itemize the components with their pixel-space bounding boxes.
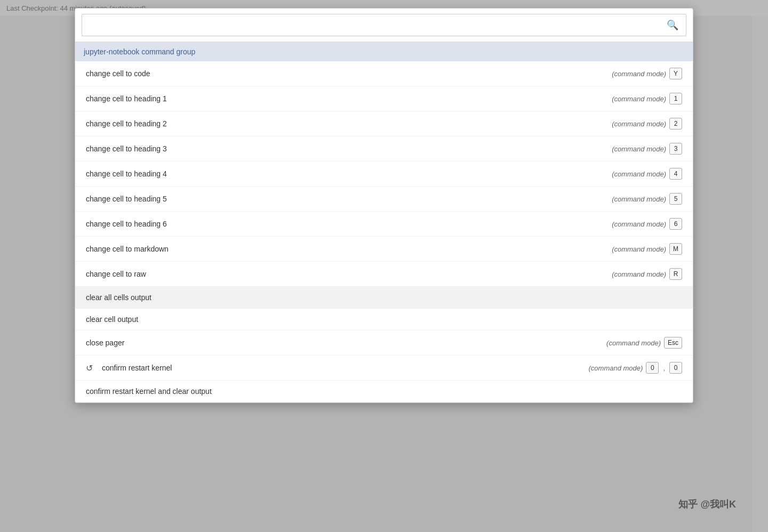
command-right: (command mode) 0 , 0: [589, 362, 683, 374]
mode-text: (command mode): [612, 270, 666, 278]
list-item[interactable]: change cell to heading 3 (command mode) …: [75, 136, 693, 162]
command-item-left: ↺ confirm restart kernel: [86, 363, 172, 373]
mode-text: (command mode): [612, 120, 666, 128]
command-palette-modal: 🔍 jupyter-notebook command group change …: [75, 8, 693, 403]
list-item[interactable]: change cell to heading 2 (command mode) …: [75, 111, 693, 136]
key-badge: 4: [669, 168, 682, 180]
command-right: (command mode) 5: [612, 193, 682, 205]
command-item-left: change cell to raw: [86, 270, 146, 278]
group-header-label: jupyter-notebook command group: [84, 47, 195, 56]
key-badge: R: [669, 268, 682, 280]
mode-text: (command mode): [612, 170, 666, 178]
command-item-left: change cell to heading 1: [86, 94, 167, 103]
list-item[interactable]: close pager (command mode) Esc: [75, 331, 693, 356]
list-item[interactable]: ↺ confirm restart kernel (command mode) …: [75, 356, 693, 381]
list-item[interactable]: change cell to raw (command mode) R: [75, 262, 693, 287]
list-item[interactable]: change cell to heading 5 (command mode) …: [75, 187, 693, 212]
command-item-left: change cell to heading 2: [86, 119, 167, 128]
list-item[interactable]: change cell to heading 6 (command mode) …: [75, 212, 693, 237]
command-label: clear all cells output: [86, 293, 151, 302]
command-item-left: change cell to heading 6: [86, 220, 167, 228]
list-item[interactable]: change cell to code (command mode) Y: [75, 61, 693, 86]
key-badge: Esc: [664, 337, 682, 349]
list-item[interactable]: change cell to heading 4 (command mode) …: [75, 162, 693, 187]
watermark: 知乎 @我叫K: [678, 498, 736, 511]
mode-text: (command mode): [612, 145, 666, 153]
command-right: (command mode) 1: [612, 93, 682, 104]
command-label: change cell to heading 4: [86, 170, 167, 178]
command-label: change cell to heading 5: [86, 195, 167, 203]
command-item-left: change cell to heading 3: [86, 144, 167, 153]
key-badge: 3: [669, 143, 682, 155]
mode-text: (command mode): [612, 195, 666, 203]
list-item[interactable]: clear all cells output: [75, 287, 693, 309]
key-badge-0: 0: [646, 362, 659, 374]
command-right: (command mode) 2: [612, 118, 682, 130]
modal-overlay: 🔍 jupyter-notebook command group change …: [0, 0, 768, 532]
command-label: change cell to raw: [86, 270, 146, 278]
command-label: change cell to heading 2: [86, 119, 167, 128]
key-badge: 1: [669, 93, 682, 104]
command-label: close pager: [86, 338, 124, 347]
restart-icon: ↺: [86, 363, 97, 373]
key-badge: 6: [669, 218, 682, 230]
key-badge: Y: [669, 68, 682, 79]
command-item-left: close pager: [86, 338, 124, 347]
command-label: clear cell output: [86, 315, 138, 324]
list-item[interactable]: clear cell output: [75, 309, 693, 331]
command-label: change cell to code: [86, 69, 150, 78]
key-badge: M: [669, 243, 682, 255]
list-item[interactable]: confirm restart kernel and clear output: [75, 381, 693, 402]
command-right: (command mode) R: [612, 268, 682, 280]
command-right: (command mode) 3: [612, 143, 682, 155]
mode-text: (command mode): [589, 364, 643, 372]
command-label: change cell to heading 1: [86, 94, 167, 103]
command-label: confirm restart kernel: [102, 364, 172, 372]
search-icon: 🔍: [667, 19, 678, 31]
watermark-text: 知乎 @我叫K: [678, 499, 736, 510]
search-input[interactable]: [82, 14, 659, 36]
key-separator: ,: [663, 364, 665, 372]
search-bar: 🔍: [75, 9, 693, 42]
list-item[interactable]: change cell to markdown (command mode) M: [75, 237, 693, 262]
command-right: (command mode) 6: [612, 218, 682, 230]
command-right: (command mode) 4: [612, 168, 682, 180]
mode-text: (command mode): [612, 70, 666, 78]
command-item-left: change cell to markdown: [86, 245, 169, 253]
command-item-left: change cell to code: [86, 69, 150, 78]
command-label: change cell to markdown: [86, 245, 169, 253]
command-right: (command mode) Y: [612, 68, 682, 79]
key-badge: 2: [669, 118, 682, 130]
command-item-left: clear cell output: [86, 315, 138, 324]
command-item-left: change cell to heading 5: [86, 195, 167, 203]
command-item-left: clear all cells output: [86, 293, 151, 302]
command-right: (command mode) M: [612, 243, 682, 255]
command-label: change cell to heading 3: [86, 144, 167, 153]
search-button[interactable]: 🔍: [659, 14, 686, 36]
command-group-header: jupyter-notebook command group: [75, 42, 693, 61]
key-badge: 5: [669, 193, 682, 205]
command-label: change cell to heading 6: [86, 220, 167, 228]
mode-text: (command mode): [606, 339, 661, 347]
command-label: confirm restart kernel and clear output: [86, 387, 212, 396]
list-item[interactable]: change cell to heading 1 (command mode) …: [75, 86, 693, 111]
command-item-left: confirm restart kernel and clear output: [86, 387, 212, 396]
command-right: (command mode) Esc: [606, 337, 682, 349]
mode-text: (command mode): [612, 95, 666, 103]
mode-text: (command mode): [612, 220, 666, 228]
command-item-left: change cell to heading 4: [86, 170, 167, 178]
mode-text: (command mode): [612, 245, 666, 253]
command-list: jupyter-notebook command group change ce…: [75, 42, 693, 402]
key-badge-0b: 0: [669, 362, 682, 374]
